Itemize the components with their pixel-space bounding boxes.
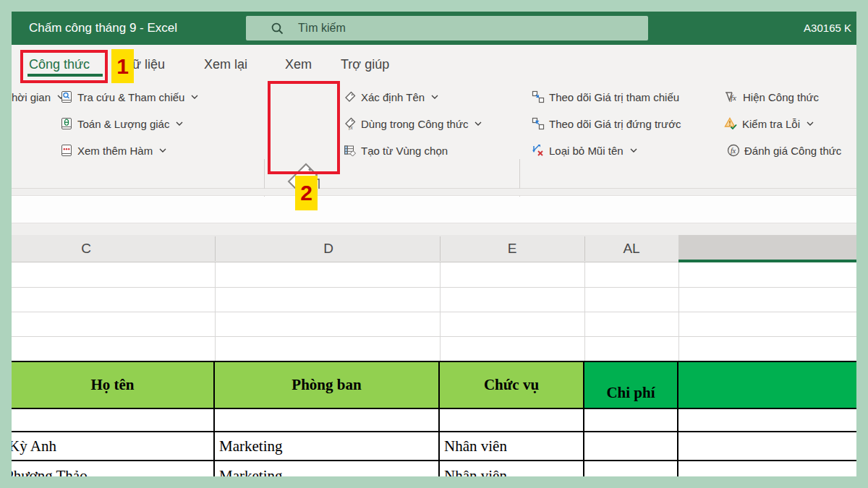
chevron-down-icon — [176, 121, 183, 126]
header-cell-thang-clipped[interactable]: Thá — [678, 362, 856, 408]
column-header-e[interactable]: E — [508, 235, 517, 262]
grid-tag-icon — [344, 144, 357, 157]
cell-extra[interactable] — [678, 461, 856, 476]
column-header-selected[interactable] — [678, 235, 856, 262]
sheet-grid[interactable] — [12, 262, 856, 361]
annotation-box-name-manager — [268, 81, 340, 174]
ribbon-item-define-name[interactable]: Xác định Tên — [344, 88, 438, 106]
tab-xem-lai[interactable]: Xem lại — [204, 45, 247, 84]
annotation-step-2-badge: 2 — [295, 176, 318, 210]
ribbon-item-use-in-formula[interactable]: fx Dùng trong Công thức — [344, 115, 482, 132]
chevron-down-icon — [475, 121, 482, 126]
header-cell-phong-ban[interactable]: Phòng ban — [215, 362, 440, 408]
column-header-al[interactable]: AL — [623, 235, 639, 262]
formula-bar[interactable] — [12, 197, 856, 223]
framed-screenshot: { "window": { "title": "Chấm công tháng … — [0, 0, 868, 488]
cell-name[interactable]: Phương Thảo — [12, 461, 215, 476]
ribbon-item-trace-dependents[interactable]: Theo dõi Giá trị đứng trước — [532, 115, 681, 132]
book-dots-icon — [60, 144, 73, 157]
table-row[interactable]: Phương Thảo Marketing Nhân viên — [12, 461, 856, 476]
svg-text:fx: fx — [731, 93, 736, 102]
search-input[interactable]: Tìm kiếm — [246, 16, 648, 40]
tab-tro-giup[interactable]: Trợ giúp — [341, 45, 389, 84]
book-search-icon — [60, 90, 73, 103]
header-cell-ho-ten[interactable]: Họ tên — [12, 362, 215, 408]
tag-icon — [344, 90, 357, 103]
ribbon-tab-row: Công thức Dữ liệu Xem lại Xem Trợ giúp — [12, 45, 856, 84]
table-header-row: Họ tên Phòng ban Chức vụ Chi phí Thá — [12, 361, 856, 409]
ribbon-item-remove-arrows[interactable]: Loại bỏ Mũi tên — [532, 142, 637, 159]
chevron-down-icon — [191, 95, 198, 99]
cell-role[interactable]: Nhân viên — [440, 461, 584, 476]
trace-precedents-icon — [532, 90, 545, 103]
ribbon-item-lookup-reference[interactable]: Tra cứu & Tham chiếu — [60, 88, 198, 106]
svg-text:fx: fx — [731, 147, 736, 155]
ribbon-item-evaluate-formula[interactable]: fx Đánh giá Công thức — [727, 142, 841, 159]
chevron-down-icon — [807, 121, 814, 126]
error-check-icon — [724, 117, 738, 130]
chevron-down-icon — [630, 148, 637, 153]
search-icon — [271, 22, 284, 35]
cell-cost[interactable] — [584, 432, 678, 460]
document-title: Chấm công tháng 9 - Excel — [29, 12, 177, 45]
ribbon-item-create-from-selection[interactable]: Tạo từ Vùng chọn — [344, 142, 448, 159]
book-theta-icon — [60, 117, 73, 130]
header-top-strip — [12, 223, 856, 235]
header-cell-chuc-vu[interactable]: Chức vụ — [440, 362, 584, 408]
ribbon-item-more-functions[interactable]: Xem thêm Hàm — [60, 142, 166, 159]
cell-name[interactable]: Kỳ Anh — [12, 432, 215, 460]
table-row[interactable] — [12, 409, 856, 432]
cell-cost[interactable] — [584, 461, 678, 476]
tag-fx-icon: fx — [344, 117, 357, 130]
account-name[interactable]: A30165 K — [804, 12, 851, 45]
annotation-box-formulas-tab — [20, 50, 108, 83]
ribbon-item-trace-precedents[interactable]: Theo dõi Giá trị tham chiếu — [532, 88, 679, 106]
ribbon-item-date-time-clipped[interactable]: hời gian — [12, 88, 64, 106]
header-cell-chi-phi[interactable]: Chi phí — [584, 362, 678, 408]
column-separator[interactable] — [440, 236, 441, 261]
ribbon: hời gian Tra cứu & Tham chiếu Toán & Lượ… — [12, 84, 856, 189]
cell-dept[interactable]: Marketing — [215, 432, 440, 460]
cell-dept[interactable]: Marketing — [215, 461, 440, 476]
table-row[interactable]: Kỳ Anh Marketing Nhân viên — [12, 432, 856, 461]
ribbon-bottom-strip — [12, 189, 856, 196]
remove-arrows-icon — [532, 144, 545, 157]
title-bar: Chấm công tháng 9 - Excel Tìm kiếm A3016… — [12, 12, 856, 45]
annotation-step-1-badge: 1 — [111, 49, 134, 83]
chevron-down-icon — [431, 95, 438, 99]
trace-dependents-icon — [532, 117, 545, 130]
cell-extra[interactable] — [678, 432, 856, 460]
ribbon-item-math-trig[interactable]: Toán & Lượng giác — [60, 115, 183, 132]
column-separator[interactable] — [584, 236, 585, 261]
show-formulas-icon: fx — [724, 90, 739, 103]
column-header-row: C D E AL — [12, 235, 856, 262]
ribbon-item-show-formulas[interactable]: fx Hiện Công thức — [724, 88, 819, 106]
svg-text:fx: fx — [349, 124, 353, 130]
tab-xem[interactable]: Xem — [285, 45, 312, 84]
excel-window: Chấm công tháng 9 - Excel Tìm kiếm A3016… — [12, 12, 856, 476]
search-placeholder: Tìm kiếm — [298, 22, 346, 35]
column-header-c[interactable]: C — [81, 235, 91, 262]
evaluate-formula-icon: fx — [727, 144, 740, 157]
cell-role[interactable]: Nhân viên — [440, 432, 584, 460]
column-header-d[interactable]: D — [323, 235, 333, 262]
column-separator[interactable] — [215, 236, 216, 261]
ribbon-item-error-checking[interactable]: Kiểm tra Lỗi — [724, 115, 814, 132]
chevron-down-icon — [159, 148, 166, 153]
